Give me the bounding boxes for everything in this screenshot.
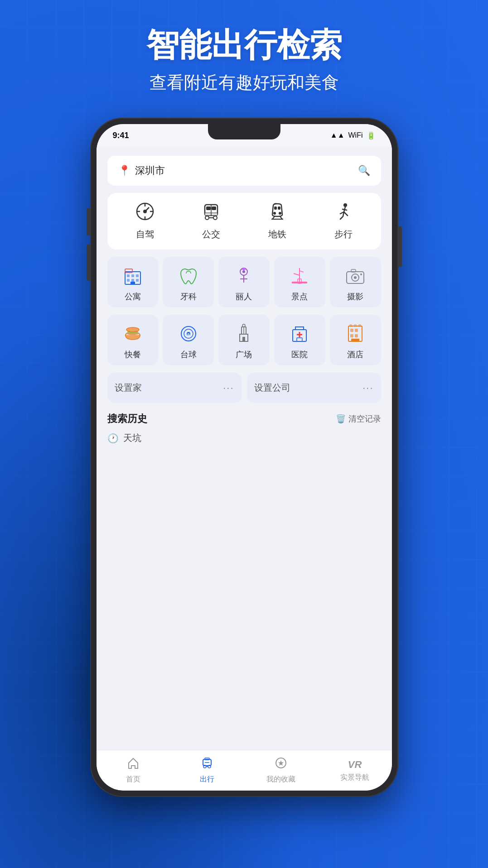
set-home-dots: ··· [223,382,234,394]
category-grid-row2: 快餐 9 台球 [107,315,381,365]
svg-rect-49 [242,337,245,341]
hotel-icon-box [343,322,367,345]
category-photo[interactable]: 摄影 [330,257,381,307]
transport-bus[interactable]: 公交 [202,202,221,240]
svg-rect-27 [131,279,134,282]
svg-rect-16 [278,206,280,210]
walk-label: 步行 [334,228,353,240]
svg-rect-9 [212,206,216,210]
category-scenic[interactable]: 景点 [274,257,325,307]
fastfood-label: 快餐 [125,349,141,360]
svg-rect-23 [127,274,130,277]
history-clear-label: 清空记录 [348,413,381,424]
category-grid-row1: 公寓 牙科 [107,257,381,307]
history-item[interactable]: 🕐 天坑 [107,432,381,444]
nav-home[interactable]: 首页 [97,757,170,784]
svg-rect-63 [354,324,357,327]
home-nav-icon [127,757,140,772]
status-icons: ▲▲ WiFi 🔋 [330,131,376,140]
favorites-nav-label: 我的收藏 [266,775,295,784]
search-bar[interactable]: 📍 深圳市 🔍 [107,156,381,186]
category-dental[interactable]: 牙科 [163,257,214,307]
svg-rect-60 [355,334,358,337]
svg-point-17 [273,212,276,215]
search-left: 📍 深圳市 [118,164,165,177]
svg-rect-59 [350,334,353,337]
travel-nav-label: 出行 [200,775,214,784]
svg-rect-57 [350,329,353,332]
svg-point-39 [360,273,362,275]
search-icon[interactable]: 🔍 [358,165,370,177]
plaza-label: 广场 [236,349,252,360]
power-button [398,226,402,267]
billiard-icon-box: 9 [177,322,200,345]
vr-nav-label: 实景导航 [340,773,369,782]
category-plaza[interactable]: 广场 [218,315,270,365]
scenic-icon-box [288,264,311,288]
header-title: 智能出行检索 [0,27,488,63]
svg-rect-34 [292,282,307,283]
nav-favorites[interactable]: 我的收藏 [244,757,318,784]
dental-label: 牙科 [180,291,197,302]
battery-icon: 🔋 [367,131,376,140]
category-hospital[interactable]: 医院 [274,315,325,365]
photo-icon-box [343,264,367,288]
transport-subway[interactable]: 地铁 [268,202,287,240]
svg-point-31 [242,270,245,273]
search-city: 深圳市 [135,164,165,177]
beauty-icon-box [232,264,256,288]
svg-point-18 [279,212,281,215]
history-title: 搜索历史 [107,412,147,426]
history-item-text: 天坑 [123,432,141,444]
category-billiard[interactable]: 9 台球 [163,315,214,365]
fastfood-icon-box [121,322,145,345]
phone-mockup: 9:41 ▲▲ WiFi 🔋 📍 深圳市 🔍 [90,118,398,797]
svg-rect-8 [206,206,211,210]
nav-vr[interactable]: VR 实景导航 [318,759,392,782]
wifi-icon: WiFi [348,131,363,139]
set-company-button[interactable]: 设置公司 ··· [247,373,381,403]
photo-label: 摄影 [347,291,363,302]
bus-icon [202,202,221,224]
svg-rect-61 [351,339,359,341]
transport-driving[interactable]: 自驾 [135,202,155,240]
set-company-dots: ··· [362,382,373,394]
category-apartment[interactable]: 公寓 [107,257,159,307]
category-hotel[interactable]: 酒店 [330,315,381,365]
svg-point-12 [205,216,209,220]
svg-rect-62 [349,324,352,327]
vr-nav-icon: VR [348,759,362,771]
svg-rect-25 [136,274,139,277]
svg-text:9: 9 [187,332,189,337]
svg-point-13 [213,216,217,220]
set-home-label: 设置家 [115,382,142,394]
home-nav-label: 首页 [126,775,140,784]
driving-icon [135,202,155,224]
svg-rect-58 [355,329,358,332]
category-beauty[interactable]: 丽人 [218,257,270,307]
svg-rect-64 [358,324,361,327]
bottom-nav: 首页 出行 [97,750,392,791]
history-clear-button[interactable]: 🗑️ 清空记录 [336,413,381,424]
favorites-nav-icon [275,757,287,772]
svg-rect-29 [130,282,135,284]
volume-down-button [87,245,90,281]
history-clock-icon: 🕐 [107,433,119,444]
svg-line-6 [145,207,149,211]
set-home-button[interactable]: 设置家 ··· [107,373,242,403]
phone-outer: 9:41 ▲▲ WiFi 🔋 📍 深圳市 🔍 [90,118,398,797]
phone-notch [208,124,280,139]
walk-icon [334,202,353,224]
phone-screen: 9:41 ▲▲ WiFi 🔋 📍 深圳市 🔍 [97,124,392,791]
set-buttons: 设置家 ··· 设置公司 ··· [107,373,381,403]
svg-rect-28 [136,279,139,282]
category-fastfood[interactable]: 快餐 [107,315,159,365]
bus-label: 公交 [202,228,220,240]
set-company-label: 设置公司 [254,382,290,394]
hospital-icon-box [288,322,311,345]
transport-walk[interactable]: 步行 [334,202,353,240]
hospital-label: 医院 [291,349,308,360]
nav-travel[interactable]: 出行 [170,757,244,784]
subway-label: 地铁 [268,228,286,240]
status-time: 9:41 [113,131,129,140]
